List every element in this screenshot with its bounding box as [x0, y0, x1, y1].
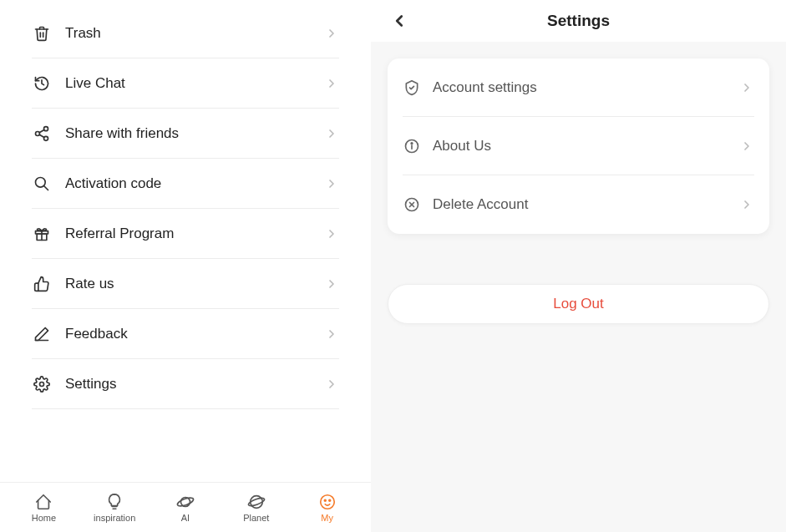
- settings-card: Account settings About Us Delete Accou: [388, 58, 769, 234]
- nav-item-label: Planet: [243, 513, 269, 523]
- edit-icon: [32, 324, 52, 344]
- card-item-label: Delete Account: [433, 196, 739, 213]
- menu-item-settings[interactable]: Settings: [32, 359, 339, 409]
- search-icon: [32, 174, 52, 194]
- svg-point-19: [328, 499, 330, 501]
- svg-line-3: [39, 134, 44, 137]
- chevron-right-icon: [324, 276, 339, 291]
- card-item-label: Account settings: [433, 79, 739, 96]
- chevron-right-icon: [324, 327, 339, 342]
- menu-item-label: Live Chat: [65, 75, 324, 92]
- svg-point-18: [324, 499, 326, 501]
- history-icon: [32, 73, 52, 94]
- settings-content: Account settings About Us Delete Accou: [371, 42, 786, 532]
- svg-line-6: [44, 185, 48, 190]
- menu-item-label: Share with friends: [65, 125, 324, 142]
- back-button[interactable]: [388, 9, 411, 33]
- chevron-right-icon: [324, 126, 339, 141]
- my-menu-panel: Trash Live Chat Share with friends: [0, 0, 371, 532]
- nav-item-label: inspiration: [94, 513, 135, 523]
- nav-item-my[interactable]: My: [298, 493, 357, 523]
- chevron-right-icon: [739, 80, 754, 95]
- menu-item-label: Trash: [65, 25, 324, 42]
- user-face-icon: [318, 493, 337, 511]
- menu-item-referral-program[interactable]: Referral Program: [32, 209, 339, 259]
- home-icon: [34, 493, 53, 511]
- thumbs-up-icon: [32, 274, 52, 294]
- svg-point-17: [320, 494, 334, 509]
- planet-icon: [247, 493, 266, 511]
- gear-icon: [32, 374, 52, 394]
- page-title: Settings: [371, 12, 786, 30]
- menu-item-label: Settings: [65, 376, 324, 393]
- nav-item-label: Home: [32, 513, 56, 523]
- menu-item-rate-us[interactable]: Rate us: [32, 259, 339, 309]
- card-item-label: About Us: [433, 138, 739, 155]
- card-item-about-us[interactable]: About Us: [403, 117, 754, 175]
- menu-item-label: Referral Program: [65, 225, 324, 242]
- chevron-right-icon: [324, 76, 339, 91]
- menu-item-trash[interactable]: Trash: [32, 8, 339, 58]
- chevron-right-icon: [324, 26, 339, 41]
- menu-item-label: Rate us: [65, 276, 324, 292]
- nav-item-label: AI: [181, 513, 190, 523]
- logout-button[interactable]: Log Out: [388, 284, 769, 324]
- trash-icon: [32, 23, 52, 43]
- menu-list: Trash Live Chat Share with friends: [0, 0, 371, 482]
- nav-item-ai[interactable]: AI: [156, 493, 215, 523]
- chevron-right-icon: [739, 197, 754, 212]
- info-icon: [403, 137, 421, 155]
- logout-label: Log Out: [553, 296, 604, 312]
- chevron-left-icon: [390, 12, 408, 30]
- chevron-right-icon: [324, 377, 339, 392]
- settings-panel: Settings Account settings About Us: [371, 0, 786, 532]
- chevron-right-icon: [739, 139, 754, 154]
- shield-check-icon: [403, 79, 421, 97]
- chevron-right-icon: [324, 176, 339, 191]
- bottom-nav: Home inspiration AI Planet My: [0, 482, 371, 532]
- nav-item-inspiration[interactable]: inspiration: [85, 493, 144, 523]
- menu-item-feedback[interactable]: Feedback: [32, 309, 339, 359]
- menu-item-label: Activation code: [65, 175, 324, 192]
- nav-item-planet[interactable]: Planet: [227, 493, 286, 523]
- svg-point-16: [247, 496, 265, 507]
- gift-icon: [32, 224, 52, 244]
- svg-line-4: [39, 129, 44, 132]
- svg-point-11: [40, 382, 44, 386]
- menu-item-live-chat[interactable]: Live Chat: [32, 58, 339, 109]
- chevron-right-icon: [324, 226, 339, 241]
- nav-item-label: My: [321, 513, 333, 523]
- planet-ring-icon: [176, 493, 195, 511]
- lightbulb-icon: [105, 493, 124, 511]
- svg-point-22: [411, 142, 413, 144]
- menu-item-label: Feedback: [65, 326, 324, 342]
- menu-item-activation-code[interactable]: Activation code: [32, 159, 339, 209]
- close-circle-icon: [403, 195, 421, 214]
- card-item-delete-account[interactable]: Delete Account: [403, 175, 754, 234]
- menu-item-share[interactable]: Share with friends: [32, 109, 339, 159]
- share-icon: [32, 124, 52, 144]
- nav-item-home[interactable]: Home: [14, 493, 73, 523]
- card-item-account-settings[interactable]: Account settings: [403, 58, 754, 117]
- settings-header: Settings: [371, 0, 786, 42]
